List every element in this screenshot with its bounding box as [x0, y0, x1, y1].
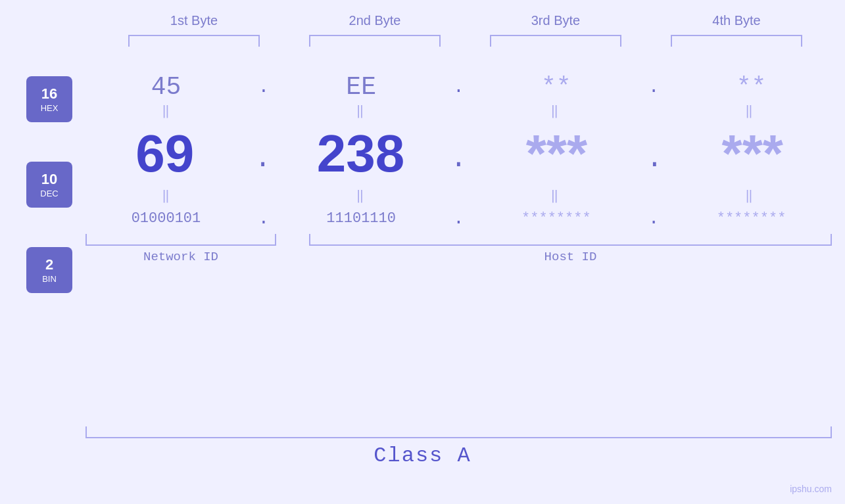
byte3-header: 3rd Byte [483, 13, 628, 28]
sep3: ‖ [483, 103, 628, 119]
data-grid: 45 . EE . ** . ** ‖ ‖ [85, 63, 832, 264]
sep4: ‖ [678, 103, 823, 119]
hex-badge-label: HEX [41, 103, 59, 113]
header-row: 1st Byte 2nd Byte 3rd Byte 4th Byte [104, 13, 827, 28]
hex-byte4-value: ** [736, 73, 767, 101]
sep1: ‖ [95, 103, 239, 119]
bin-byte2-cell: 11101110 [289, 210, 433, 227]
hex-badge: 16 HEX [26, 76, 72, 122]
dec-byte2-value: 238 [317, 124, 404, 184]
bracket-4 [671, 35, 802, 47]
hex-badge-number: 16 [41, 85, 57, 103]
dec-byte2-cell: 238 [289, 124, 433, 184]
hex-data-row: 45 . EE . ** . ** [85, 73, 832, 101]
hex-dot3: . [648, 77, 660, 97]
sep-row-1: ‖ ‖ ‖ ‖ [85, 103, 832, 119]
bin-byte1-value: 01000101 [132, 210, 201, 227]
bin-dot2: . [453, 208, 464, 229]
bracket-gap [276, 234, 309, 246]
bin-byte3-value: ******** [521, 210, 591, 227]
sep8: ‖ [678, 187, 823, 204]
bin-byte4-cell: ******** [679, 210, 824, 227]
sep2: ‖ [289, 103, 434, 119]
dec-dot2: . [450, 145, 467, 173]
host-id-bracket [309, 234, 832, 246]
hex-byte3-value: ** [541, 73, 571, 101]
class-label: Class A [374, 444, 471, 468]
hex-dot2: . [453, 77, 464, 97]
sep5: ‖ [95, 187, 239, 204]
bin-byte2-value: 11101110 [326, 210, 396, 227]
dec-data-row: 69 . 238 . *** . *** [85, 124, 832, 184]
bin-byte3-cell: ******** [484, 210, 629, 227]
dec-byte3-value: *** [526, 124, 587, 184]
content-area: 16 HEX 10 DEC 2 BIN 45 . EE [0, 63, 845, 293]
hex-byte1-cell: 45 [93, 73, 238, 101]
watermark: ipshu.com [790, 484, 832, 494]
byte2-header: 2nd Byte [302, 13, 447, 28]
bin-byte1-cell: 01000101 [93, 210, 238, 227]
bin-dot1: . [258, 208, 269, 229]
hex-byte2-value: EE [346, 73, 376, 101]
network-id-label: Network ID [85, 250, 276, 264]
bin-dot3: . [648, 208, 660, 229]
dec-badge: 10 DEC [26, 162, 72, 208]
dec-badge-number: 10 [41, 171, 57, 188]
bracket-3 [490, 35, 621, 47]
byte4-header: 4th Byte [664, 13, 809, 28]
badges-column: 16 HEX 10 DEC 2 BIN [0, 76, 85, 293]
dec-badge-label: DEC [40, 189, 58, 198]
class-bracket [85, 426, 832, 438]
sep6: ‖ [289, 187, 434, 204]
top-brackets [104, 35, 827, 47]
byte1-header: 1st Byte [122, 13, 266, 28]
bin-byte4-value: ******** [717, 210, 786, 227]
host-id-label: Host ID [309, 250, 832, 264]
dec-byte4-cell: *** [680, 124, 825, 184]
sep7: ‖ [483, 187, 628, 204]
id-labels-row: Network ID Host ID [85, 250, 832, 264]
dec-byte1-cell: 69 [93, 124, 237, 184]
bin-data-row: 01000101 . 11101110 . ******** . *******… [85, 208, 832, 229]
dec-byte4-value: *** [722, 124, 783, 184]
hex-dot1: . [258, 77, 269, 97]
bracket-2 [309, 35, 441, 47]
hex-byte4-cell: ** [679, 73, 824, 101]
dec-byte1-value: 69 [135, 124, 194, 184]
hex-byte2-cell: EE [289, 73, 433, 101]
dec-dot3: . [646, 145, 663, 173]
sep-row-2: ‖ ‖ ‖ ‖ [85, 187, 832, 204]
dec-dot1: . [254, 145, 271, 173]
dec-byte3-cell: *** [484, 124, 629, 184]
bin-badge: 2 BIN [26, 247, 72, 293]
bracket-1 [128, 35, 260, 47]
bottom-bracket-row [85, 234, 832, 246]
bin-badge-number: 2 [45, 256, 53, 273]
main-container: 1st Byte 2nd Byte 3rd Byte 4th Byte 16 H… [0, 0, 845, 504]
class-row: Class A [0, 444, 845, 468]
bin-badge-label: BIN [42, 274, 57, 284]
hex-byte1-value: 45 [151, 73, 181, 101]
hex-byte3-cell: ** [484, 73, 629, 101]
network-id-bracket [85, 234, 276, 246]
labels-gap [276, 250, 309, 264]
